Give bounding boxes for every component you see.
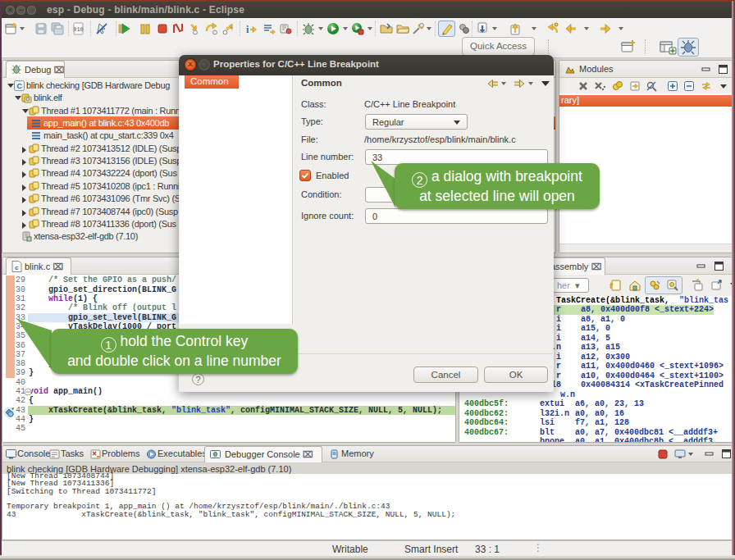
- svg-text:010: 010: [73, 26, 84, 33]
- svg-text:C: C: [16, 82, 22, 90]
- svg-text:i: i: [246, 24, 249, 35]
- svg-text:c: c: [15, 264, 19, 271]
